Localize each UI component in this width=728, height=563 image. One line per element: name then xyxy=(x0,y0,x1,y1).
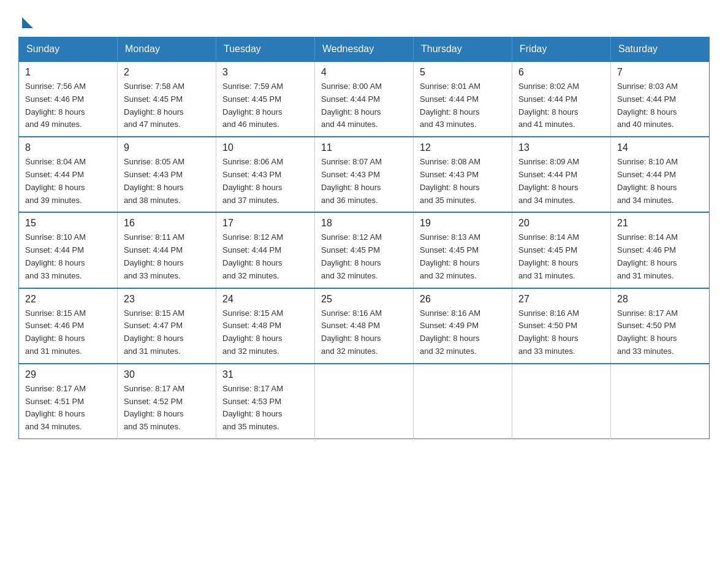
calendar-cell: 9Sunrise: 8:05 AMSunset: 4:43 PMDaylight… xyxy=(118,137,216,212)
calendar-cell: 11Sunrise: 8:07 AMSunset: 4:43 PMDayligh… xyxy=(315,137,414,212)
day-info: Sunrise: 8:14 AMSunset: 4:46 PMDaylight:… xyxy=(617,231,703,282)
day-number: 27 xyxy=(518,294,604,305)
day-info: Sunrise: 8:13 AMSunset: 4:45 PMDaylight:… xyxy=(420,231,506,282)
day-info: Sunrise: 8:14 AMSunset: 4:45 PMDaylight:… xyxy=(518,231,604,282)
calendar-week-row: 29Sunrise: 8:17 AMSunset: 4:51 PMDayligh… xyxy=(19,364,710,439)
calendar-cell: 29Sunrise: 8:17 AMSunset: 4:51 PMDayligh… xyxy=(19,364,118,439)
calendar-week-row: 8Sunrise: 8:04 AMSunset: 4:44 PMDaylight… xyxy=(19,137,710,212)
calendar-cell: 1Sunrise: 7:56 AMSunset: 4:46 PMDaylight… xyxy=(19,61,118,137)
day-info: Sunrise: 7:59 AMSunset: 4:45 PMDaylight:… xyxy=(222,80,308,131)
calendar-cell: 16Sunrise: 8:11 AMSunset: 4:44 PMDayligh… xyxy=(118,212,216,288)
day-number: 14 xyxy=(617,142,703,153)
day-number: 28 xyxy=(617,294,703,305)
day-number: 15 xyxy=(25,218,111,229)
day-number: 26 xyxy=(420,294,506,305)
day-info: Sunrise: 8:12 AMSunset: 4:45 PMDaylight:… xyxy=(321,231,407,282)
calendar-week-row: 22Sunrise: 8:15 AMSunset: 4:46 PMDayligh… xyxy=(19,288,710,364)
day-number: 20 xyxy=(518,218,604,229)
day-number: 23 xyxy=(124,294,210,305)
day-number: 6 xyxy=(518,67,604,78)
day-number: 8 xyxy=(25,142,111,153)
day-number: 21 xyxy=(617,218,703,229)
calendar-table: SundayMondayTuesdayWednesdayThursdayFrid… xyxy=(18,37,710,439)
day-number: 24 xyxy=(222,294,308,305)
day-info: Sunrise: 8:16 AMSunset: 4:49 PMDaylight:… xyxy=(420,307,506,358)
day-number: 16 xyxy=(124,218,210,229)
calendar-cell: 2Sunrise: 7:58 AMSunset: 4:45 PMDaylight… xyxy=(118,61,216,137)
day-header-thursday: Thursday xyxy=(414,37,512,62)
day-info: Sunrise: 8:07 AMSunset: 4:43 PMDaylight:… xyxy=(321,156,407,207)
calendar-cell: 30Sunrise: 8:17 AMSunset: 4:52 PMDayligh… xyxy=(118,364,216,439)
page-header xyxy=(18,12,710,25)
day-number: 25 xyxy=(321,294,407,305)
calendar-cell: 27Sunrise: 8:16 AMSunset: 4:50 PMDayligh… xyxy=(512,288,611,364)
day-number: 9 xyxy=(124,142,210,153)
calendar-week-row: 15Sunrise: 8:10 AMSunset: 4:44 PMDayligh… xyxy=(19,212,710,288)
calendar-cell: 22Sunrise: 8:15 AMSunset: 4:46 PMDayligh… xyxy=(19,288,118,364)
day-info: Sunrise: 8:00 AMSunset: 4:44 PMDaylight:… xyxy=(321,80,407,131)
calendar-cell xyxy=(315,364,414,439)
day-number: 31 xyxy=(222,369,308,380)
day-info: Sunrise: 8:17 AMSunset: 4:50 PMDaylight:… xyxy=(617,307,703,358)
day-info: Sunrise: 8:16 AMSunset: 4:48 PMDaylight:… xyxy=(321,307,407,358)
calendar-cell: 10Sunrise: 8:06 AMSunset: 4:43 PMDayligh… xyxy=(216,137,315,212)
calendar-cell: 13Sunrise: 8:09 AMSunset: 4:44 PMDayligh… xyxy=(512,137,611,212)
day-info: Sunrise: 8:08 AMSunset: 4:43 PMDaylight:… xyxy=(420,156,506,207)
calendar-cell: 8Sunrise: 8:04 AMSunset: 4:44 PMDaylight… xyxy=(19,137,118,212)
calendar-cell: 7Sunrise: 8:03 AMSunset: 4:44 PMDaylight… xyxy=(611,61,710,137)
calendar-week-row: 1Sunrise: 7:56 AMSunset: 4:46 PMDaylight… xyxy=(19,61,710,137)
day-number: 4 xyxy=(321,67,407,78)
day-number: 22 xyxy=(25,294,111,305)
calendar-cell xyxy=(512,364,611,439)
day-number: 19 xyxy=(420,218,506,229)
day-info: Sunrise: 8:10 AMSunset: 4:44 PMDaylight:… xyxy=(25,231,111,282)
calendar-cell: 14Sunrise: 8:10 AMSunset: 4:44 PMDayligh… xyxy=(611,137,710,212)
day-info: Sunrise: 7:58 AMSunset: 4:45 PMDaylight:… xyxy=(124,80,210,131)
day-header-saturday: Saturday xyxy=(611,37,710,62)
calendar-cell xyxy=(414,364,512,439)
day-number: 3 xyxy=(222,67,308,78)
day-info: Sunrise: 8:05 AMSunset: 4:43 PMDaylight:… xyxy=(124,156,210,207)
calendar-cell: 26Sunrise: 8:16 AMSunset: 4:49 PMDayligh… xyxy=(414,288,512,364)
day-header-wednesday: Wednesday xyxy=(315,37,414,62)
day-info: Sunrise: 8:09 AMSunset: 4:44 PMDaylight:… xyxy=(518,156,604,207)
day-number: 5 xyxy=(420,67,506,78)
calendar-cell: 5Sunrise: 8:01 AMSunset: 4:44 PMDaylight… xyxy=(414,61,512,137)
day-info: Sunrise: 8:10 AMSunset: 4:44 PMDaylight:… xyxy=(617,156,703,207)
day-info: Sunrise: 8:15 AMSunset: 4:46 PMDaylight:… xyxy=(25,307,111,358)
calendar-cell: 3Sunrise: 7:59 AMSunset: 4:45 PMDaylight… xyxy=(216,61,315,137)
day-info: Sunrise: 8:17 AMSunset: 4:53 PMDaylight:… xyxy=(222,383,308,434)
day-header-friday: Friday xyxy=(512,37,611,62)
calendar-cell: 20Sunrise: 8:14 AMSunset: 4:45 PMDayligh… xyxy=(512,212,611,288)
calendar-cell: 28Sunrise: 8:17 AMSunset: 4:50 PMDayligh… xyxy=(611,288,710,364)
calendar-cell xyxy=(611,364,710,439)
calendar-cell: 15Sunrise: 8:10 AMSunset: 4:44 PMDayligh… xyxy=(19,212,118,288)
day-info: Sunrise: 8:03 AMSunset: 4:44 PMDaylight:… xyxy=(617,80,703,131)
day-info: Sunrise: 8:12 AMSunset: 4:44 PMDaylight:… xyxy=(222,231,308,282)
calendar-cell: 24Sunrise: 8:15 AMSunset: 4:48 PMDayligh… xyxy=(216,288,315,364)
day-number: 11 xyxy=(321,142,407,153)
calendar-cell: 21Sunrise: 8:14 AMSunset: 4:46 PMDayligh… xyxy=(611,212,710,288)
day-number: 18 xyxy=(321,218,407,229)
day-number: 2 xyxy=(124,67,210,78)
day-info: Sunrise: 8:15 AMSunset: 4:47 PMDaylight:… xyxy=(124,307,210,358)
day-info: Sunrise: 7:56 AMSunset: 4:46 PMDaylight:… xyxy=(25,80,111,131)
day-info: Sunrise: 8:11 AMSunset: 4:44 PMDaylight:… xyxy=(124,231,210,282)
logo-triangle-icon xyxy=(22,17,33,28)
calendar-cell: 18Sunrise: 8:12 AMSunset: 4:45 PMDayligh… xyxy=(315,212,414,288)
day-number: 13 xyxy=(518,142,604,153)
day-info: Sunrise: 8:06 AMSunset: 4:43 PMDaylight:… xyxy=(222,156,308,207)
day-info: Sunrise: 8:16 AMSunset: 4:50 PMDaylight:… xyxy=(518,307,604,358)
day-number: 12 xyxy=(420,142,506,153)
day-number: 29 xyxy=(25,369,111,380)
calendar-header-row: SundayMondayTuesdayWednesdayThursdayFrid… xyxy=(19,37,710,62)
day-info: Sunrise: 8:17 AMSunset: 4:52 PMDaylight:… xyxy=(124,383,210,434)
day-info: Sunrise: 8:15 AMSunset: 4:48 PMDaylight:… xyxy=(222,307,308,358)
calendar-cell: 19Sunrise: 8:13 AMSunset: 4:45 PMDayligh… xyxy=(414,212,512,288)
calendar-cell: 17Sunrise: 8:12 AMSunset: 4:44 PMDayligh… xyxy=(216,212,315,288)
day-number: 30 xyxy=(124,369,210,380)
day-number: 1 xyxy=(25,67,111,78)
day-header-sunday: Sunday xyxy=(19,37,118,62)
calendar-cell: 23Sunrise: 8:15 AMSunset: 4:47 PMDayligh… xyxy=(118,288,216,364)
day-info: Sunrise: 8:02 AMSunset: 4:44 PMDaylight:… xyxy=(518,80,604,131)
